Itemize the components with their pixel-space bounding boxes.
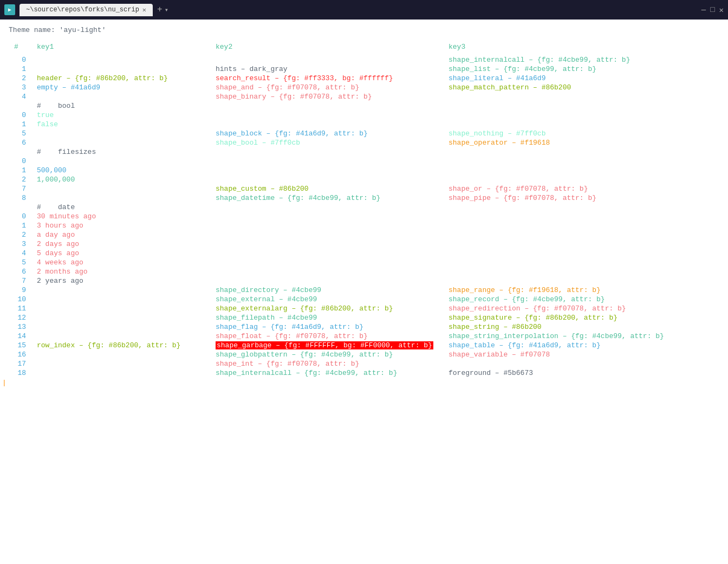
col2-cell — [211, 147, 444, 157]
col1-cell: row_index – {fg: #86b200, attr: b} — [32, 341, 211, 350]
table-row: # filesizes — [0, 147, 728, 157]
row-number: 2 — [0, 175, 32, 184]
table-row: 3empty – #41a6d9shape_and – {fg: #f07078… — [0, 83, 728, 92]
col3-cell: shape_list – {fg: #4cbe99, attr: b} — [444, 64, 728, 74]
row-number: 8 — [0, 193, 32, 203]
table-row: 10shape_external – #4cbe99shape_record –… — [0, 295, 728, 304]
row-number — [0, 147, 32, 157]
tab-close-button[interactable]: ✕ — [142, 6, 146, 14]
table-row: 13 hours ago — [0, 221, 728, 230]
table-row: 1500,000 — [0, 166, 728, 175]
col2-cell: shape_custom – #86b200 — [211, 184, 444, 193]
col1-cell: # filesizes — [32, 147, 211, 157]
col3-cell — [444, 175, 728, 184]
table-row: 14shape_float – {fg: #f07078, attr: b}sh… — [0, 332, 728, 341]
table-row: 12shape_filepath – #4cbe99shape_signatur… — [0, 313, 728, 322]
close-button[interactable]: ✕ — [719, 5, 724, 15]
col3-cell: foreground – #5b6673 — [444, 368, 728, 378]
row-number: 1 — [0, 64, 32, 74]
col3-cell — [444, 267, 728, 276]
col3-cell: shape_variable – #f07078 — [444, 350, 728, 359]
table-row: 18shape_internalcall – {fg: #4cbe99, att… — [0, 368, 728, 378]
col3-cell — [444, 157, 728, 166]
col2-cell — [211, 157, 444, 166]
row-number: 5 — [0, 258, 32, 267]
table-row: # bool — [0, 101, 728, 111]
col1-cell: a day ago — [32, 230, 211, 239]
col3-cell: shape_literal – #41a6d9 — [444, 74, 728, 83]
col2-cell — [211, 276, 444, 286]
col2-cell: shape_garbage – {fg: #FFFFFF, bg: #FF000… — [211, 341, 444, 350]
col2-cell — [211, 120, 444, 129]
col3-cell — [444, 249, 728, 258]
col2-cell: shape_binary – {fg: #f07078, attr: b} — [211, 92, 444, 101]
row-number: 17 — [0, 359, 32, 368]
col1-cell — [32, 350, 211, 359]
col2-cell: search_result – {fg: #ff3333, bg: #fffff… — [211, 74, 444, 83]
col1-cell: 30 minutes ago — [32, 212, 211, 221]
col2-cell — [211, 166, 444, 175]
col1-cell — [32, 129, 211, 138]
row-number: 16 — [0, 350, 32, 359]
table-row: 13shape_flag – {fg: #41a6d9, attr: b}sha… — [0, 322, 728, 332]
col2-cell — [211, 212, 444, 221]
tab-dropdown-button[interactable]: ▾ — [165, 6, 168, 14]
titlebar: ▶ ~\source\repos\forks\nu_scrip ✕ + ▾ — … — [0, 0, 728, 20]
col3-cell — [444, 276, 728, 286]
col2-cell: shape_externalarg – {fg: #86b200, attr: … — [211, 304, 444, 313]
col3-cell — [444, 92, 728, 101]
table-row: 9shape_directory – #4cbe99shape_range – … — [0, 286, 728, 295]
minimize-button[interactable]: — — [701, 5, 706, 15]
col2-cell: shape_float – {fg: #f07078, attr: b} — [211, 332, 444, 341]
table-row: 15row_index – {fg: #86b200, attr: b}shap… — [0, 341, 728, 350]
row-number: 6 — [0, 267, 32, 276]
col1-cell: 500,000 — [32, 166, 211, 175]
table-row: 4shape_binary – {fg: #f07078, attr: b} — [0, 92, 728, 101]
col3-cell — [444, 203, 728, 212]
table-row: 0 — [0, 157, 728, 166]
maximize-button[interactable]: □ — [710, 5, 714, 15]
col3-cell — [444, 258, 728, 267]
col1-cell: empty – #41a6d9 — [32, 83, 211, 92]
col1-cell — [32, 368, 211, 378]
window-controls: — □ ✕ — [701, 5, 724, 15]
theme-name-label: Theme name: 'ayu-light' — [0, 24, 728, 41]
row-number: 0 — [0, 111, 32, 120]
col1-cell: 2 days ago — [32, 239, 211, 249]
tab-active[interactable]: ~\source\repos\forks\nu_scrip ✕ — [20, 4, 153, 16]
app-icon: ▶ — [4, 4, 15, 15]
col1-cell — [32, 55, 211, 64]
col3-cell: shape_range – {fg: #f19618, attr: b} — [444, 286, 728, 295]
col2-cell — [211, 258, 444, 267]
col3-cell — [444, 147, 728, 157]
table-row: 1false — [0, 120, 728, 129]
col1-cell: 2 months ago — [32, 267, 211, 276]
row-number: 3 — [0, 239, 32, 249]
col2-cell: shape_external – #4cbe99 — [211, 295, 444, 304]
table-row: 7shape_custom – #86b200shape_or – {fg: #… — [0, 184, 728, 193]
col1-cell — [32, 92, 211, 101]
col2-cell: shape_directory – #4cbe99 — [211, 286, 444, 295]
row-number: 18 — [0, 368, 32, 378]
col3-cell: shape_redirection – {fg: #f07078, attr: … — [444, 304, 728, 313]
col1-cell — [32, 359, 211, 368]
col1-cell: 1,000,000 — [32, 175, 211, 184]
row-number: 0 — [0, 212, 32, 221]
col3-cell: shape_operator – #f19618 — [444, 138, 728, 147]
row-number: 7 — [0, 276, 32, 286]
col2-cell — [211, 55, 444, 64]
row-number: 15 — [0, 341, 32, 350]
col1-cell — [32, 313, 211, 322]
col1-cell: # bool — [32, 101, 211, 111]
row-number: 1 — [0, 120, 32, 129]
col1-cell: # date — [32, 203, 211, 212]
row-number: 4 — [0, 92, 32, 101]
cursor-indicator: | — [0, 378, 728, 387]
table-header-row: # key1 key2 key3 — [0, 41, 728, 55]
table-row: 17shape_int – {fg: #f07078, attr: b} — [0, 359, 728, 368]
table-row: 030 minutes ago — [0, 212, 728, 221]
new-tab-button[interactable]: + — [157, 5, 162, 15]
row-number: 0 — [0, 55, 32, 64]
col3-cell: shape_or – {fg: #f07078, attr: b} — [444, 184, 728, 193]
col1-cell: true — [32, 111, 211, 120]
